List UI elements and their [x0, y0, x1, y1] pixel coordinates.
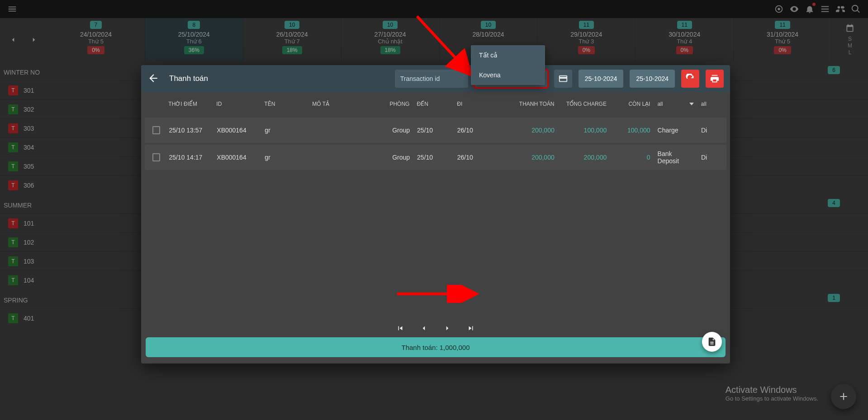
- page-last-icon[interactable]: [467, 324, 475, 332]
- col-time: THỜI ĐIỂM: [165, 101, 213, 107]
- cell-method: Charge: [654, 127, 697, 134]
- cell-charge: 100,000: [558, 127, 610, 134]
- cell-id: XB000164: [213, 154, 261, 161]
- col-in: ĐẾN: [413, 101, 453, 107]
- cell-last: Di: [697, 127, 724, 134]
- cell-room: Group: [370, 127, 413, 134]
- cell-pay: 200,000: [506, 154, 558, 161]
- cell-charge: 200,000: [558, 154, 610, 161]
- card-button[interactable]: [554, 70, 572, 88]
- cell-pay: 200,000: [506, 127, 558, 134]
- windows-watermark: Activate Windows Go to Settings to activ…: [726, 385, 818, 402]
- col-room: PHÒNG: [370, 101, 413, 107]
- cell-time: 25/10 14:17: [165, 154, 213, 161]
- dialog-title: Thanh toán: [169, 74, 208, 83]
- col-out: ĐI: [453, 101, 506, 107]
- col-charge: TỔNG CHARGE: [558, 101, 610, 107]
- chevron-down-icon: [689, 103, 694, 105]
- payment-dialog: Thanh toán Kovena 25-10-2024 25-10-2024 …: [141, 65, 730, 363]
- table-row[interactable]: 25/10 13:57 XB000164 gr Group 25/10 26/1…: [145, 118, 726, 143]
- table-row[interactable]: 25/10 14:17 XB000164 gr Group 25/10 26/1…: [145, 145, 726, 170]
- print-button[interactable]: [706, 70, 724, 88]
- cell-in: 25/10: [413, 127, 454, 134]
- cell-name: gr: [261, 154, 309, 161]
- transaction-id-input[interactable]: [395, 70, 468, 88]
- cell-last: Di: [697, 154, 724, 161]
- gateway-dropdown-menu: Tất cả Kovena: [471, 45, 545, 85]
- total-label: Thanh toán: 1,000,000: [402, 344, 470, 351]
- page-next-icon[interactable]: [443, 324, 451, 332]
- cell-rest: 100,000: [610, 127, 654, 134]
- dd-item-kovena[interactable]: Kovena: [471, 65, 545, 85]
- back-button[interactable]: [147, 72, 160, 85]
- cell-time: 25/10 13:57: [165, 127, 213, 134]
- row-checkbox[interactable]: [152, 153, 160, 161]
- cell-rest: 0: [610, 154, 654, 161]
- cell-name: gr: [261, 127, 309, 134]
- col-desc: MÔ TẢ: [308, 101, 370, 107]
- cell-method: Bank Deposit: [654, 150, 697, 165]
- refresh-button[interactable]: [681, 70, 699, 88]
- date-from-button[interactable]: 25-10-2024: [579, 70, 624, 88]
- total-bar: Thanh toán: 1,000,000: [146, 337, 726, 357]
- table-header: THỜI ĐIỂM ID TÊN MÔ TẢ PHÒNG ĐẾN ĐI THAN…: [141, 92, 730, 116]
- cell-in: 25/10: [413, 154, 454, 161]
- dd-item-all[interactable]: Tất cả: [471, 45, 545, 65]
- export-document-button[interactable]: [702, 332, 722, 352]
- col-pay: THANH TOÁN: [506, 101, 558, 107]
- cell-id: XB000164: [213, 127, 261, 134]
- row-checkbox[interactable]: [152, 126, 160, 134]
- page-prev-icon[interactable]: [420, 324, 428, 332]
- cell-out: 26/10: [454, 127, 506, 134]
- col-rest: CÒN LẠI: [610, 101, 654, 107]
- col-filter-method[interactable]: all: [654, 101, 697, 107]
- col-id: ID: [213, 101, 261, 107]
- date-to-button[interactable]: 25-10-2024: [630, 70, 675, 88]
- cell-room: Group: [370, 154, 413, 161]
- add-button[interactable]: [831, 384, 856, 409]
- col-filter-2[interactable]: all: [697, 101, 724, 107]
- page-first-icon[interactable]: [396, 324, 404, 332]
- col-name: TÊN: [261, 101, 308, 107]
- cell-out: 26/10: [454, 154, 506, 161]
